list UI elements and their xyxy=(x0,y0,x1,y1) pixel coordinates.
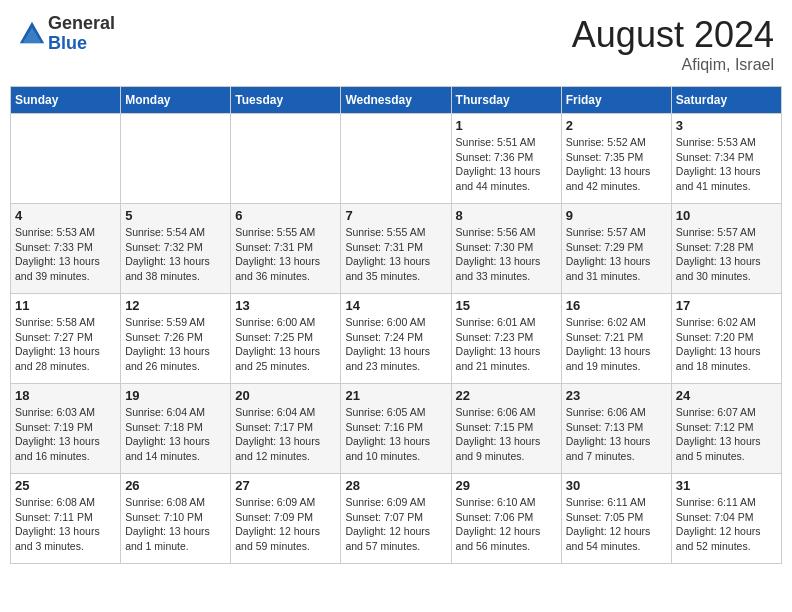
day-info: Sunrise: 6:00 AM Sunset: 7:25 PM Dayligh… xyxy=(235,315,336,374)
calendar-cell: 22Sunrise: 6:06 AM Sunset: 7:15 PM Dayli… xyxy=(451,384,561,474)
day-number: 30 xyxy=(566,478,667,493)
day-info: Sunrise: 6:00 AM Sunset: 7:24 PM Dayligh… xyxy=(345,315,446,374)
calendar-week-row: 4Sunrise: 5:53 AM Sunset: 7:33 PM Daylig… xyxy=(11,204,782,294)
calendar-cell xyxy=(11,114,121,204)
day-info: Sunrise: 6:11 AM Sunset: 7:04 PM Dayligh… xyxy=(676,495,777,554)
day-info: Sunrise: 5:58 AM Sunset: 7:27 PM Dayligh… xyxy=(15,315,116,374)
calendar-cell: 6Sunrise: 5:55 AM Sunset: 7:31 PM Daylig… xyxy=(231,204,341,294)
day-info: Sunrise: 6:07 AM Sunset: 7:12 PM Dayligh… xyxy=(676,405,777,464)
day-number: 16 xyxy=(566,298,667,313)
calendar-cell: 3Sunrise: 5:53 AM Sunset: 7:34 PM Daylig… xyxy=(671,114,781,204)
day-info: Sunrise: 6:02 AM Sunset: 7:20 PM Dayligh… xyxy=(676,315,777,374)
calendar-cell xyxy=(121,114,231,204)
calendar-cell: 30Sunrise: 6:11 AM Sunset: 7:05 PM Dayli… xyxy=(561,474,671,564)
weekday-header-thursday: Thursday xyxy=(451,87,561,114)
weekday-header-monday: Monday xyxy=(121,87,231,114)
calendar-cell: 10Sunrise: 5:57 AM Sunset: 7:28 PM Dayli… xyxy=(671,204,781,294)
calendar-cell: 28Sunrise: 6:09 AM Sunset: 7:07 PM Dayli… xyxy=(341,474,451,564)
day-number: 25 xyxy=(15,478,116,493)
day-number: 28 xyxy=(345,478,446,493)
day-info: Sunrise: 6:09 AM Sunset: 7:07 PM Dayligh… xyxy=(345,495,446,554)
calendar-cell: 17Sunrise: 6:02 AM Sunset: 7:20 PM Dayli… xyxy=(671,294,781,384)
weekday-header-friday: Friday xyxy=(561,87,671,114)
calendar-cell: 2Sunrise: 5:52 AM Sunset: 7:35 PM Daylig… xyxy=(561,114,671,204)
calendar-table: SundayMondayTuesdayWednesdayThursdayFrid… xyxy=(10,86,782,564)
calendar-cell: 21Sunrise: 6:05 AM Sunset: 7:16 PM Dayli… xyxy=(341,384,451,474)
weekday-header-saturday: Saturday xyxy=(671,87,781,114)
logo: General Blue xyxy=(18,14,115,54)
calendar-cell: 16Sunrise: 6:02 AM Sunset: 7:21 PM Dayli… xyxy=(561,294,671,384)
calendar-cell: 19Sunrise: 6:04 AM Sunset: 7:18 PM Dayli… xyxy=(121,384,231,474)
weekday-header-sunday: Sunday xyxy=(11,87,121,114)
day-number: 5 xyxy=(125,208,226,223)
calendar-cell: 12Sunrise: 5:59 AM Sunset: 7:26 PM Dayli… xyxy=(121,294,231,384)
day-number: 4 xyxy=(15,208,116,223)
day-number: 15 xyxy=(456,298,557,313)
location-subtitle: Afiqim, Israel xyxy=(572,56,774,74)
day-number: 1 xyxy=(456,118,557,133)
day-number: 27 xyxy=(235,478,336,493)
day-info: Sunrise: 6:04 AM Sunset: 7:17 PM Dayligh… xyxy=(235,405,336,464)
page-header: General Blue August 2024 Afiqim, Israel xyxy=(10,10,782,78)
day-info: Sunrise: 5:53 AM Sunset: 7:34 PM Dayligh… xyxy=(676,135,777,194)
day-info: Sunrise: 6:02 AM Sunset: 7:21 PM Dayligh… xyxy=(566,315,667,374)
weekday-header-tuesday: Tuesday xyxy=(231,87,341,114)
day-number: 10 xyxy=(676,208,777,223)
calendar-week-row: 18Sunrise: 6:03 AM Sunset: 7:19 PM Dayli… xyxy=(11,384,782,474)
logo-blue-text: Blue xyxy=(48,34,115,54)
day-info: Sunrise: 6:08 AM Sunset: 7:11 PM Dayligh… xyxy=(15,495,116,554)
day-number: 31 xyxy=(676,478,777,493)
calendar-cell: 31Sunrise: 6:11 AM Sunset: 7:04 PM Dayli… xyxy=(671,474,781,564)
day-number: 9 xyxy=(566,208,667,223)
day-info: Sunrise: 5:55 AM Sunset: 7:31 PM Dayligh… xyxy=(235,225,336,284)
calendar-cell: 8Sunrise: 5:56 AM Sunset: 7:30 PM Daylig… xyxy=(451,204,561,294)
day-info: Sunrise: 6:06 AM Sunset: 7:15 PM Dayligh… xyxy=(456,405,557,464)
day-number: 6 xyxy=(235,208,336,223)
calendar-cell xyxy=(341,114,451,204)
day-number: 8 xyxy=(456,208,557,223)
day-number: 2 xyxy=(566,118,667,133)
day-number: 20 xyxy=(235,388,336,403)
day-number: 12 xyxy=(125,298,226,313)
weekday-header-wednesday: Wednesday xyxy=(341,87,451,114)
calendar-cell: 20Sunrise: 6:04 AM Sunset: 7:17 PM Dayli… xyxy=(231,384,341,474)
calendar-cell xyxy=(231,114,341,204)
calendar-cell: 9Sunrise: 5:57 AM Sunset: 7:29 PM Daylig… xyxy=(561,204,671,294)
day-number: 11 xyxy=(15,298,116,313)
day-info: Sunrise: 5:53 AM Sunset: 7:33 PM Dayligh… xyxy=(15,225,116,284)
day-info: Sunrise: 5:51 AM Sunset: 7:36 PM Dayligh… xyxy=(456,135,557,194)
calendar-week-row: 1Sunrise: 5:51 AM Sunset: 7:36 PM Daylig… xyxy=(11,114,782,204)
day-number: 29 xyxy=(456,478,557,493)
day-info: Sunrise: 6:09 AM Sunset: 7:09 PM Dayligh… xyxy=(235,495,336,554)
day-number: 21 xyxy=(345,388,446,403)
calendar-cell: 29Sunrise: 6:10 AM Sunset: 7:06 PM Dayli… xyxy=(451,474,561,564)
calendar-header-row: SundayMondayTuesdayWednesdayThursdayFrid… xyxy=(11,87,782,114)
day-info: Sunrise: 6:10 AM Sunset: 7:06 PM Dayligh… xyxy=(456,495,557,554)
day-info: Sunrise: 6:04 AM Sunset: 7:18 PM Dayligh… xyxy=(125,405,226,464)
calendar-cell: 1Sunrise: 5:51 AM Sunset: 7:36 PM Daylig… xyxy=(451,114,561,204)
calendar-cell: 11Sunrise: 5:58 AM Sunset: 7:27 PM Dayli… xyxy=(11,294,121,384)
day-number: 14 xyxy=(345,298,446,313)
day-info: Sunrise: 6:08 AM Sunset: 7:10 PM Dayligh… xyxy=(125,495,226,554)
day-number: 13 xyxy=(235,298,336,313)
calendar-cell: 26Sunrise: 6:08 AM Sunset: 7:10 PM Dayli… xyxy=(121,474,231,564)
calendar-cell: 18Sunrise: 6:03 AM Sunset: 7:19 PM Dayli… xyxy=(11,384,121,474)
day-number: 23 xyxy=(566,388,667,403)
calendar-week-row: 11Sunrise: 5:58 AM Sunset: 7:27 PM Dayli… xyxy=(11,294,782,384)
day-number: 24 xyxy=(676,388,777,403)
day-number: 18 xyxy=(15,388,116,403)
day-info: Sunrise: 5:55 AM Sunset: 7:31 PM Dayligh… xyxy=(345,225,446,284)
calendar-cell: 24Sunrise: 6:07 AM Sunset: 7:12 PM Dayli… xyxy=(671,384,781,474)
day-info: Sunrise: 5:57 AM Sunset: 7:29 PM Dayligh… xyxy=(566,225,667,284)
calendar-cell: 5Sunrise: 5:54 AM Sunset: 7:32 PM Daylig… xyxy=(121,204,231,294)
day-number: 19 xyxy=(125,388,226,403)
day-info: Sunrise: 5:52 AM Sunset: 7:35 PM Dayligh… xyxy=(566,135,667,194)
calendar-cell: 27Sunrise: 6:09 AM Sunset: 7:09 PM Dayli… xyxy=(231,474,341,564)
calendar-cell: 13Sunrise: 6:00 AM Sunset: 7:25 PM Dayli… xyxy=(231,294,341,384)
day-number: 17 xyxy=(676,298,777,313)
calendar-cell: 25Sunrise: 6:08 AM Sunset: 7:11 PM Dayli… xyxy=(11,474,121,564)
day-number: 26 xyxy=(125,478,226,493)
calendar-cell: 15Sunrise: 6:01 AM Sunset: 7:23 PM Dayli… xyxy=(451,294,561,384)
calendar-cell: 14Sunrise: 6:00 AM Sunset: 7:24 PM Dayli… xyxy=(341,294,451,384)
calendar-week-row: 25Sunrise: 6:08 AM Sunset: 7:11 PM Dayli… xyxy=(11,474,782,564)
